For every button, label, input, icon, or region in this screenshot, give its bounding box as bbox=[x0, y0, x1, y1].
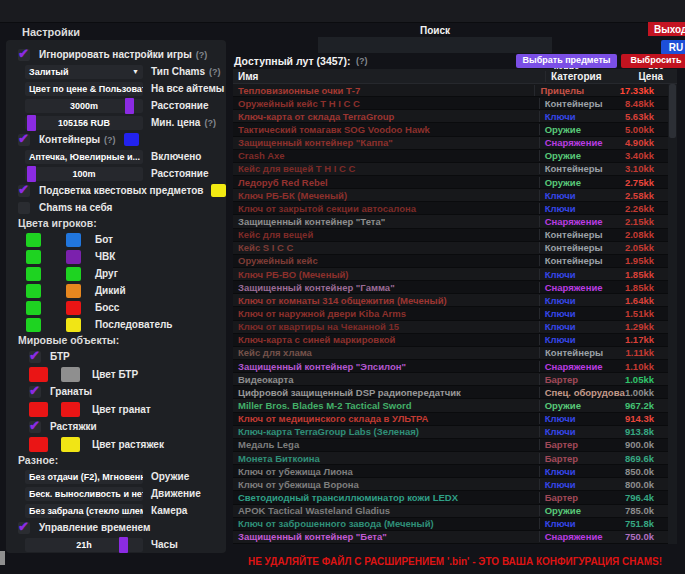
column-header-name[interactable]: Имя bbox=[233, 71, 545, 82]
object-color-swatch[interactable] bbox=[61, 367, 80, 382]
world-object-checkbox[interactable] bbox=[29, 421, 41, 433]
table-row[interactable]: ВидеокартаБартер1.05kk bbox=[233, 373, 668, 386]
table-row[interactable]: Crash AxeОружие3.40kk bbox=[233, 150, 668, 163]
table-row[interactable]: Защищенный контейнер "Бета"Снаряжение750… bbox=[233, 531, 668, 544]
slider-handle[interactable] bbox=[119, 537, 128, 553]
item-name: Монета Биткоина bbox=[233, 453, 539, 464]
visibility-color-swatch[interactable] bbox=[26, 301, 41, 315]
object-color-swatch[interactable] bbox=[61, 437, 80, 452]
visibility-color-swatch[interactable] bbox=[26, 267, 41, 281]
exit-button[interactable]: Выход bbox=[648, 22, 685, 36]
player-color-swatch[interactable] bbox=[66, 267, 81, 281]
misc-dropdown[interactable]: Без забрала (стекло шлема) bbox=[25, 504, 143, 518]
quest-items-checkbox[interactable] bbox=[18, 185, 30, 197]
table-row[interactable]: Ключ от убежища ЛионаКлючи850.0k bbox=[233, 465, 668, 478]
item-price: 2.05kk bbox=[625, 242, 668, 253]
table-row[interactable]: Защищенный контейнер "Эпсилон"Снаряжение… bbox=[233, 360, 668, 373]
table-row[interactable]: Кейс для хламаКонтейнеры1.11kk bbox=[233, 347, 668, 360]
table-row[interactable]: Ключ-карта TerraGroup Labs (Зеленая)Ключ… bbox=[233, 426, 668, 439]
table-row[interactable]: Защищенный контейнер "Тета"Снаряжение2.1… bbox=[233, 215, 668, 228]
scrollbar-thumb[interactable] bbox=[669, 84, 676, 138]
search-input[interactable] bbox=[318, 37, 552, 53]
table-row[interactable]: Тепловизионные очки Т-7Прицелы17.33kk bbox=[233, 84, 668, 97]
table-row[interactable]: Кейс S I C CКонтейнеры2.05kk bbox=[233, 242, 668, 255]
table-row[interactable]: APOK Tactical Wasteland GladiusОружие785… bbox=[233, 505, 668, 518]
table-row[interactable]: Ключ от наружной двери Kiba ArmsКлючи1.5… bbox=[233, 307, 668, 320]
player-color-swatch[interactable] bbox=[66, 301, 81, 315]
all-items-dropdown[interactable]: Цвет по цене & Пользователь bbox=[25, 82, 143, 96]
containers-mode-dropdown[interactable]: Аптечка, Ювелирные и... bbox=[25, 150, 143, 164]
table-row[interactable]: Медаль LegaБартер900.0k bbox=[233, 439, 668, 452]
containers-color-swatch[interactable] bbox=[124, 133, 139, 146]
table-row[interactable]: Цифровой защищенный DSP радиопередатчикС… bbox=[233, 386, 668, 399]
item-name: Ключ от наружной двери Kiba Arms bbox=[233, 308, 539, 319]
table-row[interactable]: Защищенный контейнер "Гамма"Снаряжение1.… bbox=[233, 281, 668, 294]
visibility-color-swatch[interactable] bbox=[29, 437, 48, 452]
world-object-checkbox[interactable] bbox=[29, 351, 41, 363]
table-row[interactable]: Ключ РБ-ВО (Меченый)Ключи1.85kk bbox=[233, 268, 668, 281]
min-price-slider[interactable]: 105156 RUB bbox=[25, 116, 143, 130]
loot-table-scrollbar[interactable] bbox=[668, 84, 677, 544]
table-row[interactable]: Монета БиткоинаБартер869.6k bbox=[233, 452, 668, 465]
language-button[interactable]: RU bbox=[661, 40, 685, 55]
table-row[interactable]: Ключ от заброшенного завода (Меченый)Клю… bbox=[233, 518, 668, 531]
time-control-checkbox[interactable] bbox=[18, 522, 30, 534]
column-header-category[interactable]: Категория bbox=[545, 71, 633, 82]
visibility-color-swatch[interactable] bbox=[26, 318, 41, 332]
table-row[interactable]: Кейс для вещей Т Н I С СКонтейнеры3.10kk bbox=[233, 163, 668, 176]
table-row[interactable]: Оружейный кейсКонтейнеры1.95kk bbox=[233, 255, 668, 268]
hours-slider[interactable]: 21h bbox=[25, 538, 143, 552]
distance-slider[interactable]: 3000m bbox=[25, 99, 143, 113]
table-row[interactable]: Защищенный контейнер "Каппа"Снаряжение4.… bbox=[233, 137, 668, 150]
table-row[interactable]: Светодиодный трансиллюминатор кожи LEDXБ… bbox=[233, 491, 668, 504]
misc-dropdown[interactable]: Беск. выносливость и нет уста bbox=[25, 487, 143, 501]
chams-type-dropdown[interactable]: Залитый bbox=[25, 65, 143, 79]
player-color-swatch[interactable] bbox=[66, 250, 81, 264]
left-scrollbar-thumb[interactable] bbox=[0, 551, 5, 565]
table-row[interactable]: Ключ-карта с синей маркировкойКлючи1.17k… bbox=[233, 334, 668, 347]
table-row[interactable]: Ключ от комнаты 314 общежития (Меченый)К… bbox=[233, 294, 668, 307]
table-row[interactable]: Оружейный кейс Т Н I С СКонтейнеры8.48kk bbox=[233, 97, 668, 110]
item-name: Ключ от комнаты 314 общежития (Меченый) bbox=[233, 295, 539, 306]
world-object-checkbox[interactable] bbox=[29, 386, 41, 398]
discard-all-button[interactable]: Выбросить все bbox=[621, 54, 685, 68]
table-row[interactable]: Ключ РБ-БК (Меченый)Ключи2.58kk bbox=[233, 189, 668, 202]
world-object-toggle-row: БТР bbox=[18, 348, 222, 365]
table-row[interactable]: Ключ от медицинского склада в УЛЬТРАКлюч… bbox=[233, 413, 668, 426]
visibility-color-swatch[interactable] bbox=[26, 284, 41, 298]
slider-handle[interactable] bbox=[27, 166, 36, 182]
table-row[interactable]: Тактический томагавк SOG Voodoo HawkОруж… bbox=[233, 123, 668, 136]
min-price-value: 105156 RUB bbox=[58, 118, 110, 128]
select-kappa-items-button[interactable]: Выбрать предметы каппа bbox=[516, 54, 617, 68]
item-category: Снаряжение bbox=[539, 282, 625, 293]
chams-self-checkbox[interactable] bbox=[18, 202, 30, 214]
misc-dropdown[interactable]: Без отдачи (F2), Мгновенное п bbox=[25, 470, 143, 484]
object-color-swatch[interactable] bbox=[61, 402, 80, 417]
slider-handle[interactable] bbox=[27, 115, 36, 131]
table-row[interactable]: Ключ от убежища ВоронаКлючи800.0k bbox=[233, 478, 668, 491]
visibility-color-swatch[interactable] bbox=[29, 367, 48, 382]
help-icon: (?) bbox=[196, 50, 208, 60]
containers-distance-slider[interactable]: 100m bbox=[25, 167, 143, 181]
player-color-swatch[interactable] bbox=[66, 233, 81, 247]
player-color-swatch[interactable] bbox=[66, 284, 81, 298]
item-name: Тепловизионные очки Т-7 bbox=[233, 85, 534, 96]
visibility-color-swatch[interactable] bbox=[29, 402, 48, 417]
quest-items-color-swatch[interactable] bbox=[211, 184, 226, 197]
misc-dropdown-label: Оружие bbox=[151, 471, 189, 482]
table-row[interactable]: Кейс для вещейКонтейнеры2.08kk bbox=[233, 229, 668, 242]
table-row[interactable]: Ледоруб Red RebelОружие2.75kk bbox=[233, 176, 668, 189]
table-row[interactable]: Ключ-карта от склада TerraGroupКлючи5.63… bbox=[233, 110, 668, 123]
slider-handle[interactable] bbox=[125, 98, 134, 114]
visibility-color-swatch[interactable] bbox=[26, 250, 41, 264]
column-header-price[interactable]: Цена bbox=[633, 71, 677, 82]
containers-mode-row: Аптечка, Ювелирные и... Включено bbox=[18, 148, 222, 165]
table-row[interactable]: Miller Bros. Blades M-2 Tactical SwordОр… bbox=[233, 399, 668, 412]
table-row[interactable]: Ключ от закрытой секции автосалонаКлючи2… bbox=[233, 202, 668, 215]
visibility-color-swatch[interactable] bbox=[26, 233, 41, 247]
containers-checkbox[interactable] bbox=[18, 134, 30, 146]
player-color-swatch[interactable] bbox=[66, 318, 81, 332]
window-titlebar bbox=[0, 0, 685, 23]
table-row[interactable]: Ключ от квартиры на Чеканной 15Ключи1.29… bbox=[233, 321, 668, 334]
ignore-game-settings-checkbox[interactable] bbox=[18, 49, 30, 61]
